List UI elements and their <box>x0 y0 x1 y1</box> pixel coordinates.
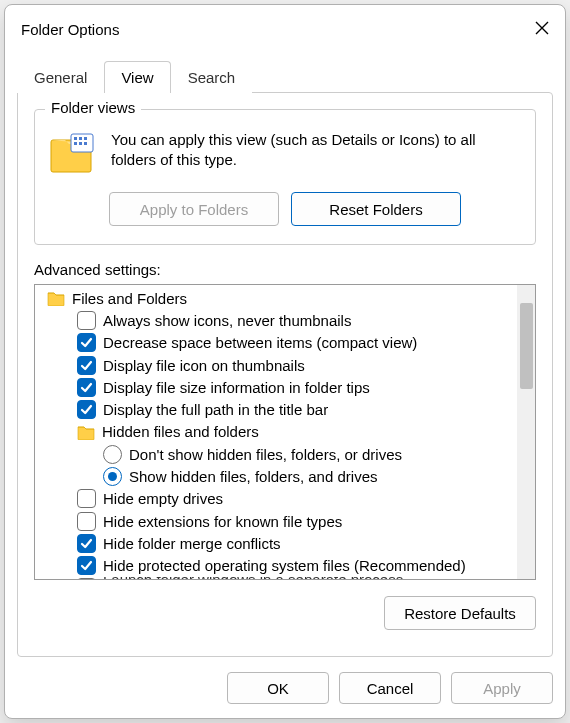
tree-item-full-path-titlebar[interactable]: Display the full path in the title bar <box>41 398 517 420</box>
tree-group-files-and-folders[interactable]: Files and Folders <box>41 287 517 309</box>
tree-item-hide-empty-drives[interactable]: Hide empty drives <box>41 488 517 510</box>
checkbox-icon <box>77 578 96 580</box>
checkbox-icon <box>77 489 96 508</box>
checkbox-icon <box>77 378 96 397</box>
tree-item-label: Display file size information in folder … <box>103 379 370 396</box>
scrollbar[interactable] <box>517 285 535 579</box>
checkbox-icon <box>77 333 96 352</box>
tree-item-file-icon-thumbnails[interactable]: Display file icon on thumbnails <box>41 354 517 376</box>
advanced-settings-tree[interactable]: Files and Folders Always show icons, nev… <box>34 284 536 580</box>
tree-item-label: Display file icon on thumbnails <box>103 357 305 374</box>
radio-icon <box>103 445 122 464</box>
folder-options-dialog: Folder Options General View Search Folde… <box>4 4 566 719</box>
folder-icon <box>77 424 95 440</box>
window-title: Folder Options <box>21 21 119 38</box>
advanced-settings-label: Advanced settings: <box>34 261 536 278</box>
tab-general[interactable]: General <box>17 61 104 93</box>
tab-panel-view: Folder views You can apply this view (su… <box>17 92 553 657</box>
tree-group-label: Files and Folders <box>72 290 187 307</box>
tree-item-launch-separate-process[interactable]: Launch folder windows in a separate proc… <box>41 577 517 580</box>
checkbox-icon <box>77 556 96 575</box>
tree-item-hide-extensions[interactable]: Hide extensions for known file types <box>41 510 517 532</box>
titlebar: Folder Options <box>5 5 565 53</box>
tree-item-label: Hide extensions for known file types <box>103 513 342 530</box>
tree-item-hide-protected-os[interactable]: Hide protected operating system files (R… <box>41 555 517 577</box>
reset-folders-label: Reset Folders <box>329 201 422 218</box>
tab-strip: General View Search <box>5 53 565 93</box>
tree-item-label: Don't show hidden files, folders, or dri… <box>129 446 402 463</box>
tree-item-label: Display the full path in the title bar <box>103 401 328 418</box>
tab-search[interactable]: Search <box>171 61 253 93</box>
tree-radio-dont-show-hidden[interactable]: Don't show hidden files, folders, or dri… <box>41 443 517 465</box>
tree-viewport: Files and Folders Always show icons, nev… <box>35 285 517 579</box>
tree-radio-show-hidden[interactable]: Show hidden files, folders, and drives <box>41 465 517 487</box>
reset-folders-button[interactable]: Reset Folders <box>291 192 461 226</box>
tree-item-always-show-icons[interactable]: Always show icons, never thumbnails <box>41 309 517 331</box>
apply-to-folders-label: Apply to Folders <box>140 201 248 218</box>
restore-defaults-label: Restore Defaults <box>404 605 516 622</box>
tree-item-label: Always show icons, never thumbnails <box>103 312 351 329</box>
tab-view-label: View <box>121 69 153 86</box>
folder-views-description: You can apply this view (such as Details… <box>111 130 521 171</box>
checkbox-icon <box>77 512 96 531</box>
checkbox-icon <box>77 311 96 330</box>
tree-item-compact-view[interactable]: Decrease space between items (compact vi… <box>41 332 517 354</box>
cancel-button[interactable]: Cancel <box>339 672 441 704</box>
checkbox-icon <box>77 400 96 419</box>
tree-item-label: Show hidden files, folders, and drives <box>129 468 377 485</box>
close-button[interactable] <box>519 6 565 52</box>
tree-item-file-size-tips[interactable]: Display file size information in folder … <box>41 376 517 398</box>
ok-button[interactable]: OK <box>227 672 329 704</box>
tree-group-label: Hidden files and folders <box>102 423 259 440</box>
radio-icon <box>103 467 122 486</box>
restore-defaults-button[interactable]: Restore Defaults <box>384 596 536 630</box>
folder-view-icon <box>49 130 97 178</box>
close-icon <box>535 21 549 38</box>
tree-group-hidden-files[interactable]: Hidden files and folders <box>41 421 517 443</box>
tree-item-label: Hide empty drives <box>103 490 223 507</box>
apply-label: Apply <box>483 680 521 697</box>
checkbox-icon <box>77 534 96 553</box>
ok-label: OK <box>267 680 289 697</box>
tab-search-label: Search <box>188 69 236 86</box>
tree-item-hide-merge-conflicts[interactable]: Hide folder merge conflicts <box>41 532 517 554</box>
tab-view[interactable]: View <box>104 61 170 93</box>
checkbox-icon <box>77 356 96 375</box>
folder-views-legend: Folder views <box>45 99 141 116</box>
scrollbar-thumb[interactable] <box>520 303 533 389</box>
tree-item-label: Hide folder merge conflicts <box>103 535 281 552</box>
cancel-label: Cancel <box>367 680 414 697</box>
tree-item-label: Decrease space between items (compact vi… <box>103 334 417 351</box>
tree-item-label: Launch folder windows in a separate proc… <box>103 577 403 580</box>
apply-button[interactable]: Apply <box>451 672 553 704</box>
tree-item-label: Hide protected operating system files (R… <box>103 557 466 574</box>
folder-views-group: Folder views You can apply this view (su… <box>34 109 536 245</box>
tab-general-label: General <box>34 69 87 86</box>
folder-icon <box>47 290 65 306</box>
apply-to-folders-button[interactable]: Apply to Folders <box>109 192 279 226</box>
dialog-buttons: OK Cancel Apply <box>5 666 565 718</box>
